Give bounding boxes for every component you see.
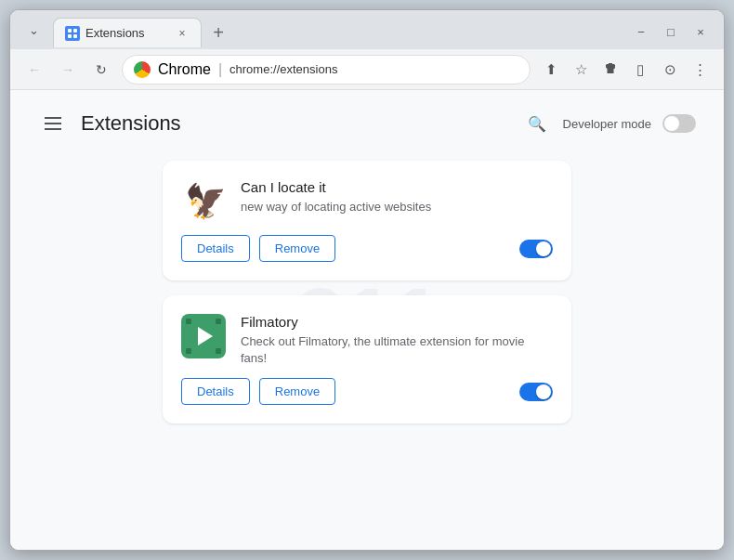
- minimize-button[interactable]: −: [627, 20, 655, 44]
- remove-button-filmatory[interactable]: Remove: [259, 378, 335, 405]
- address-url: chrome://extensions: [229, 62, 518, 76]
- extension-info: Filmatory Check out Filmatory, the ultim…: [241, 314, 553, 367]
- film-notch: [216, 348, 221, 354]
- header-right: 🔍 Developer mode: [522, 109, 696, 138]
- film-notch: [186, 348, 191, 354]
- extension-bottom: Details Remove: [181, 235, 553, 262]
- address-bar[interactable]: Chrome | chrome://extensions: [122, 55, 531, 85]
- new-tab-button[interactable]: +: [205, 20, 231, 46]
- extensions-list: 🦅 Can I locate it new way of locating ac…: [38, 161, 696, 423]
- nav-right-buttons: ⬆ ☆ ▯ ⊙ ⋮: [538, 57, 713, 83]
- menu-button[interactable]: ⋮: [687, 57, 713, 83]
- close-button[interactable]: ×: [687, 20, 714, 44]
- extension-card-filmatory: Filmatory Check out Filmatory, the ultim…: [163, 295, 571, 423]
- extension-name: Filmatory: [241, 314, 553, 330]
- developer-mode-label: Developer mode: [563, 117, 651, 131]
- chrome-logo-icon: [134, 61, 151, 78]
- search-icon: 🔍: [528, 115, 546, 133]
- hamburger-line-1: [45, 117, 61, 119]
- extension-description: Check out Filmatory, the ultimate extens…: [241, 333, 553, 367]
- film-notch: [216, 319, 221, 324]
- tab-bar: Extensions × +: [53, 18, 622, 47]
- share-button[interactable]: ⬆: [538, 57, 564, 83]
- extension-bottom: Details Remove: [181, 378, 553, 405]
- extension-info: Can I locate it new way of locating acti…: [241, 179, 553, 215]
- svg-rect-3: [73, 34, 77, 38]
- nav-bar: ← → ↻ Chrome | chrome://extensions ⬆ ☆ ▯…: [10, 49, 724, 90]
- header-left: Extensions: [38, 109, 181, 138]
- bookmark-button[interactable]: ☆: [568, 57, 594, 83]
- window-controls: − □ ×: [627, 16, 714, 44]
- details-button-filmatory[interactable]: Details: [181, 378, 250, 405]
- active-tab[interactable]: Extensions ×: [53, 18, 202, 47]
- browser-window: ⌄ Extensions × + − □ × ← → ↻ Chrome |: [9, 9, 725, 551]
- sidebar-button[interactable]: ▯: [627, 57, 653, 83]
- address-brand: Chrome: [158, 61, 211, 78]
- remove-button-can-i-locate-it[interactable]: Remove: [259, 235, 335, 262]
- back-button[interactable]: ←: [21, 57, 47, 83]
- hamburger-button[interactable]: [38, 109, 68, 138]
- extension-top: Filmatory Check out Filmatory, the ultim…: [181, 314, 553, 367]
- can-i-locate-it-icon: 🦅: [181, 179, 226, 224]
- page-header: Extensions 🔍 Developer mode: [38, 109, 696, 138]
- refresh-button[interactable]: ↻: [88, 57, 114, 83]
- extension-top: 🦅 Can I locate it new way of locating ac…: [181, 179, 553, 224]
- play-icon: [198, 327, 213, 345]
- filmatory-icon: [181, 314, 226, 358]
- main-content: 911 Extensions 🔍 Developer mode: [10, 90, 724, 550]
- enable-toggle-filmatory[interactable]: [519, 383, 553, 401]
- film-notch: [186, 319, 191, 324]
- svg-rect-0: [68, 29, 72, 33]
- svg-rect-1: [73, 29, 77, 33]
- maximize-button[interactable]: □: [657, 20, 685, 44]
- page-title: Extensions: [81, 111, 181, 136]
- title-bar: ⌄ Extensions × + − □ ×: [10, 10, 724, 49]
- down-arrow-button[interactable]: ⌄: [20, 18, 47, 42]
- hamburger-line-2: [45, 123, 61, 124]
- search-button[interactable]: 🔍: [522, 109, 552, 138]
- svg-rect-2: [68, 34, 72, 38]
- extension-name: Can I locate it: [241, 179, 553, 195]
- extensions-button[interactable]: [597, 57, 623, 83]
- extension-description: new way of locating active websites: [241, 199, 553, 215]
- svg-text:🦅: 🦅: [185, 181, 226, 221]
- enable-toggle-can-i-locate-it[interactable]: [519, 240, 553, 258]
- tab-favicon: [65, 26, 80, 41]
- forward-button[interactable]: →: [55, 57, 81, 83]
- details-button-can-i-locate-it[interactable]: Details: [181, 235, 250, 262]
- address-separator: |: [218, 61, 222, 78]
- down-arrow-icon: ⌄: [29, 23, 39, 37]
- tab-label: Extensions: [85, 26, 145, 40]
- tab-close-button[interactable]: ×: [175, 26, 190, 41]
- profile-button[interactable]: ⊙: [657, 57, 683, 83]
- hamburger-line-3: [45, 128, 61, 130]
- extension-card-can-i-locate-it: 🦅 Can I locate it new way of locating ac…: [163, 161, 571, 280]
- developer-mode-toggle[interactable]: [662, 114, 696, 133]
